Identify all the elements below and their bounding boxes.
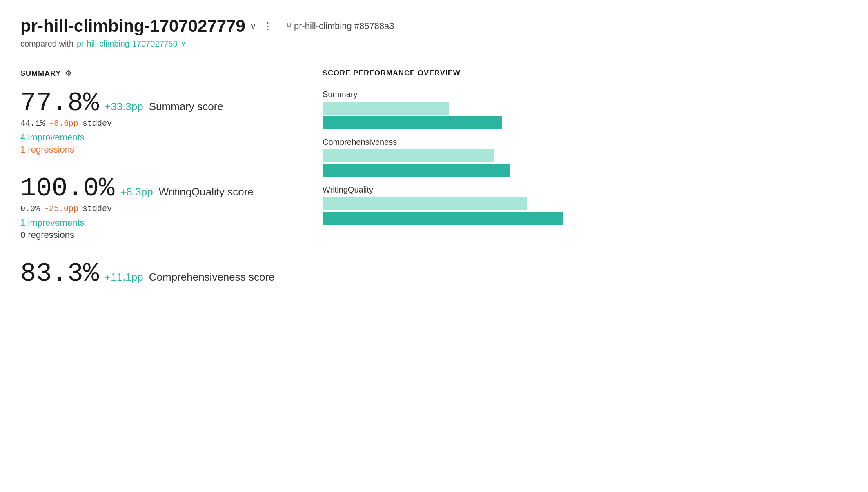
chart-row-summary: Summary xyxy=(323,90,848,129)
regressions-2: 0 regressions xyxy=(20,230,298,240)
header-top: pr-hill-climbing-1707027779 ∨ ⋮ ⑂ pr-hil… xyxy=(20,16,848,36)
branch-name: pr-hill-climbing xyxy=(294,21,352,31)
score-delta-1: +33.3pp xyxy=(105,100,143,113)
compare-chevron-icon[interactable]: ∨ xyxy=(181,40,186,48)
stddev-value-2: 0.0% xyxy=(20,204,40,213)
score-block-summary: 77.8% +33.3pp Summary score 44.1% -8.6pp… xyxy=(20,90,298,155)
bar-light-summary xyxy=(323,102,449,115)
score-delta-2: +8.3pp xyxy=(120,186,153,198)
score-main-line-1: 77.8% +33.3pp Summary score xyxy=(20,90,298,116)
summary-section-title: SUMMARY ⚙ xyxy=(20,69,298,78)
chart-row-comprehensiveness: Comprehensiveness xyxy=(323,137,848,177)
stddev-label-2: stddev xyxy=(82,204,112,213)
regressions-1: 1 regressions xyxy=(20,144,298,155)
stddev-line-1: 44.1% -8.6pp stddev xyxy=(20,119,298,128)
branch-info: ⑂ pr-hill-climbing #85788a3 xyxy=(287,21,394,31)
branch-icon: ⑂ xyxy=(287,22,292,31)
score-main-line-2: 100.0% +8.3pp WritingQuality score xyxy=(20,175,298,202)
commit-hash: #85788a3 xyxy=(354,21,394,31)
left-panel: SUMMARY ⚙ 77.8% +33.3pp Summary score 44… xyxy=(20,69,298,307)
score-value-3: 83.3% xyxy=(20,261,99,287)
stddev-label-1: stddev xyxy=(82,119,112,128)
title-chevron-icon[interactable]: ∨ xyxy=(250,21,256,31)
score-block-comprehensiveness: 83.3% +11.1pp Comprehensiveness score xyxy=(20,261,298,287)
score-label-2: WritingQuality score xyxy=(159,186,254,198)
improvements-1: 4 improvements xyxy=(20,132,298,143)
stddev-delta-1: -8.6pp xyxy=(49,119,78,128)
score-value-2: 100.0% xyxy=(20,175,114,202)
gear-icon[interactable]: ⚙ xyxy=(65,69,72,78)
score-label-1: Summary score xyxy=(149,100,223,113)
improvements-2: 1 improvements xyxy=(20,217,298,228)
chart-label-writingquality: WritingQuality xyxy=(323,185,848,195)
chart-row-writingquality: WritingQuality xyxy=(323,185,848,225)
bar-dark-comprehensiveness xyxy=(323,164,510,177)
score-delta-3: +11.1pp xyxy=(105,271,143,284)
bar-group-writingquality xyxy=(323,197,848,225)
bar-group-summary xyxy=(323,102,848,129)
stddev-value-1: 44.1% xyxy=(20,119,45,128)
compare-link[interactable]: pr-hill-climbing-1707027750 xyxy=(77,39,178,49)
chart-label-comprehensiveness: Comprehensiveness xyxy=(323,137,848,147)
summary-label: SUMMARY xyxy=(20,69,61,78)
right-panel: SCORE PERFORMANCE OVERVIEW Summary Compr… xyxy=(323,69,848,225)
stddev-delta-2: -25.0pp xyxy=(44,204,78,213)
score-value-1: 77.8% xyxy=(20,90,99,116)
bar-light-writingquality xyxy=(323,197,527,210)
more-menu-button[interactable]: ⋮ xyxy=(263,20,274,32)
score-block-writingquality: 100.0% +8.3pp WritingQuality score 0.0% … xyxy=(20,175,298,240)
bar-dark-writingquality xyxy=(323,212,563,225)
stddev-line-2: 0.0% -25.0pp stddev xyxy=(20,204,298,213)
bar-light-comprehensiveness xyxy=(323,149,494,162)
page-title: pr-hill-climbing-1707027779 xyxy=(20,16,245,36)
bar-dark-summary xyxy=(323,116,502,129)
score-main-line-3: 83.3% +11.1pp Comprehensiveness score xyxy=(20,261,298,287)
compare-prefix: compared with xyxy=(20,39,73,49)
compare-header: compared with pr-hill-climbing-170702775… xyxy=(20,39,848,49)
chart-title: SCORE PERFORMANCE OVERVIEW xyxy=(323,69,848,78)
chart-container: Summary Comprehensiveness WritingQuality xyxy=(323,90,848,225)
main-content: SUMMARY ⚙ 77.8% +33.3pp Summary score 44… xyxy=(20,69,848,307)
chart-label-summary: Summary xyxy=(323,90,848,99)
bar-group-comprehensiveness xyxy=(323,149,848,177)
score-label-3: Comprehensiveness score xyxy=(149,271,275,284)
